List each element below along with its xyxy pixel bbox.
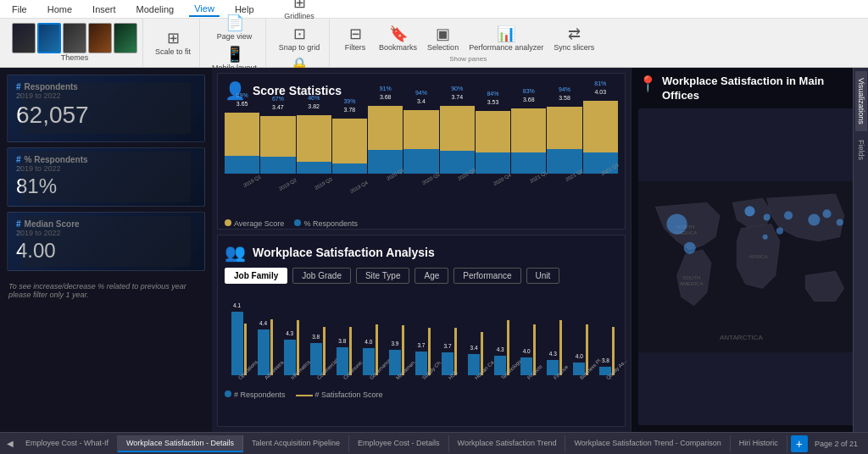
kpi-pct-title: % Respondents: [16, 155, 196, 164]
filter-tab-4[interactable]: Performance: [453, 268, 520, 284]
tab-1[interactable]: Workplace Satisfaction - Details: [118, 435, 243, 452]
theme-swatch-5[interactable]: [114, 23, 137, 53]
pct-legend-dot: [294, 219, 301, 226]
menu-file[interactable]: File: [7, 3, 32, 16]
page-view-btn[interactable]: 📄 Page view: [214, 12, 256, 43]
sync-icon: ⇄: [568, 25, 581, 43]
kpi-pct-value: 81%: [16, 174, 196, 198]
theme-swatch-3[interactable]: [63, 23, 86, 53]
theme-swatch-1[interactable]: [12, 23, 36, 53]
scale-section: ⊞ Scale to fit: [147, 19, 200, 67]
analysis-icon: 👥: [225, 242, 246, 263]
selection-icon: ▣: [436, 25, 450, 43]
snap-icon: ⊡: [293, 25, 306, 43]
filter-tab-0[interactable]: Job Family: [225, 268, 287, 284]
tab-4[interactable]: Workplace Satisfaction Trend: [449, 435, 566, 452]
note-text: To see increase/decrease % related to pr…: [8, 280, 203, 302]
page-indicator: Page 2 of 21: [808, 440, 865, 448]
menu-modeling[interactable]: Modeling: [131, 3, 180, 16]
resp-legend-dot: [225, 390, 231, 397]
world-map-svg: ANTARCTICA NORTH AMERICA SOUTH AMERICA A…: [638, 108, 861, 425]
bubble-4: [764, 213, 771, 220]
themes-section: Themes: [7, 19, 143, 67]
menu-insert[interactable]: Insert: [87, 3, 121, 16]
analysis-title: 👥 Workplace Satisfaction Analysis: [225, 242, 618, 263]
page-options-section: ⊞ Gridlines ⊡ Snap to grid 🔒 Lock object…: [270, 19, 330, 67]
sidebar-tab-fields[interactable]: Fields: [855, 133, 867, 167]
map-container: ANTARCTICA NORTH AMERICA SOUTH AMERICA A…: [638, 108, 861, 425]
performance-icon: 📊: [497, 25, 515, 43]
scale-to-fit-btn[interactable]: ⊞ Scale to fit: [152, 27, 194, 58]
bubble-3: [744, 206, 754, 216]
tab-3[interactable]: Employee Cost - Details: [349, 435, 449, 452]
bubble-2: [684, 242, 696, 254]
right-panel: 📍 Workplace Satisfaction in Main Offices: [631, 68, 868, 432]
theme-swatch-4[interactable]: [88, 23, 112, 53]
show-panes-label: Show panes: [449, 56, 487, 64]
gridlines-icon: ⊞: [293, 0, 306, 12]
filters-icon: ⊟: [349, 25, 362, 43]
kpi-pct-respondents: % Respondents 2019 to 2022 81%: [7, 147, 205, 207]
mobile-section: 📄 Page view 📱 Mobile layout: [203, 19, 266, 67]
tab-2[interactable]: Talent Acquisition Pipeline: [243, 435, 349, 452]
tab-5[interactable]: Workplace Satisfaction Trend - Compariso…: [565, 435, 730, 452]
tab-0[interactable]: Employee Cost - What-If: [17, 435, 118, 452]
analysis-chart: 4.1 Operations 4.4 Administra... 4.3 Inf…: [225, 291, 618, 375]
note-section: To see increase/decrease % related to pr…: [7, 276, 205, 305]
filter-tab-3[interactable]: Age: [415, 268, 448, 284]
map-icon: 📍: [638, 75, 657, 94]
snap-to-grid-btn[interactable]: ⊡ Snap to grid: [275, 23, 324, 54]
selection-btn[interactable]: ▣ Selection: [424, 23, 462, 54]
bubble-9: [763, 234, 768, 239]
map-title: 📍 Workplace Satisfaction in Main Offices: [638, 75, 861, 103]
theme-swatch-2[interactable]: [37, 23, 61, 53]
bubble-8: [837, 219, 843, 225]
filter-tab-5[interactable]: Unit: [526, 268, 560, 284]
score-stats-panel: 👤 Score Statistics 3.65 69% 2019 Q1 3.47…: [217, 73, 626, 230]
kpi-median-title: Median Score: [16, 219, 196, 229]
bookmarks-icon: 🔖: [389, 25, 408, 43]
sync-slicers-btn[interactable]: ⇄ Sync slicers: [550, 23, 598, 54]
themes-label: Themes: [61, 54, 89, 63]
theme-swatches: [12, 23, 137, 53]
kpi-median-value: 4.00: [16, 239, 196, 263]
show-panes-section: ⊟ Filters 🔖 Bookmarks ▣ Selection 📊 Perf…: [333, 19, 603, 67]
menu-bar: File Home Insert Modeling View Help: [0, 0, 868, 19]
kpi-median-score: Median Score 2019 to 2022 4.00: [7, 212, 205, 271]
tab-add-btn[interactable]: +: [791, 435, 808, 452]
sidebar-tab-visualizations[interactable]: Visualizations: [855, 71, 867, 131]
africa-label: AFRICA: [749, 254, 769, 259]
analysis-legend: # Respondents # Satisfaction Score: [225, 390, 383, 399]
svg-text:AMERICA: AMERICA: [680, 281, 704, 286]
bubble-7: [822, 209, 831, 218]
kpi-respondents-value: 62,057: [16, 102, 196, 129]
page-view-icon: 📄: [225, 14, 244, 32]
sidebar-right: Visualizations Fields: [853, 68, 868, 432]
filters-btn[interactable]: ⊟ Filters: [338, 23, 372, 54]
left-panel: Respondents 2019 to 2022 62,057 % Respon…: [0, 68, 212, 432]
main-area: Respondents 2019 to 2022 62,057 % Respon…: [0, 68, 868, 432]
kpi-respondents-title: Respondents: [16, 82, 196, 91]
score-legend-line: [296, 395, 313, 396]
tab-6[interactable]: Hiri Historic: [731, 435, 787, 452]
antarctica-label: ANTARCTICA: [720, 334, 764, 341]
filter-tab-1[interactable]: Job Grade: [292, 268, 351, 284]
scale-icon: ⊞: [167, 29, 180, 47]
kpi-pct-subtitle: 2019 to 2022: [16, 164, 196, 173]
center-panel: 👤 Score Statistics 3.65 69% 2019 Q1 3.47…: [212, 68, 631, 432]
bubble-1: [666, 213, 687, 234]
gridlines-btn[interactable]: ⊞ Gridlines: [281, 0, 318, 23]
analysis-chart-container: 4.1 Operations 4.4 Administra... 4.3 Inf…: [225, 291, 618, 384]
bubble-6: [808, 213, 820, 225]
filter-tab-2[interactable]: Site Type: [356, 268, 410, 284]
south-america-label: SOUTH: [682, 275, 700, 280]
mobile-icon: 📱: [225, 45, 244, 64]
toolbar: Themes ⊞ Scale to fit 📄 Page view 📱 Mobi…: [0, 19, 868, 68]
tab-items: Employee Cost - What-IfWorkplace Satisfa…: [17, 435, 787, 452]
filter-tabs: Job FamilyJob GradeSite TypeAgePerforman…: [225, 268, 618, 284]
bookmarks-btn[interactable]: 🔖 Bookmarks: [376, 23, 420, 54]
performance-analyzer-btn[interactable]: 📊 Performance analyzer: [465, 23, 547, 54]
tab-scroll-left[interactable]: ◀: [3, 439, 17, 448]
kpi-respondents-subtitle: 2019 to 2022: [16, 91, 196, 100]
menu-home[interactable]: Home: [42, 3, 77, 16]
